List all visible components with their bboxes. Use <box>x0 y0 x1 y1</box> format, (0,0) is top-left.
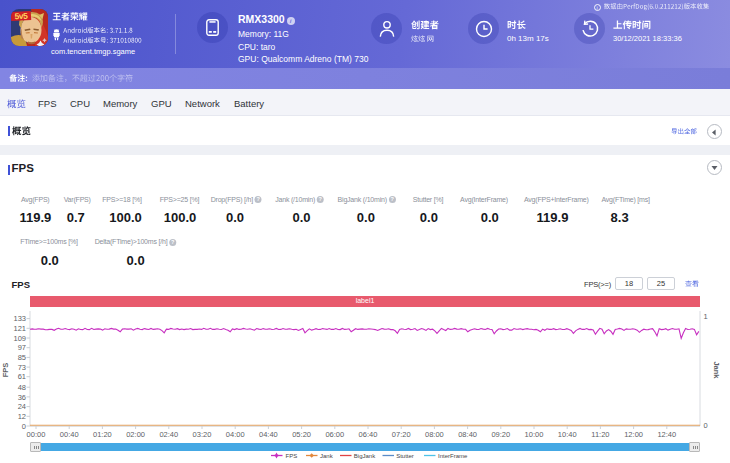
svg-text:133: 133 <box>13 314 26 323</box>
svg-text:04:00: 04:00 <box>226 430 245 439</box>
svg-text:00:00: 00:00 <box>27 430 46 439</box>
svg-text:11:20: 11:20 <box>591 430 609 439</box>
svg-text:0: 0 <box>22 422 26 431</box>
svg-text:12: 12 <box>18 412 26 421</box>
svg-text:36: 36 <box>18 393 26 402</box>
svg-text:01:20: 01:20 <box>93 430 112 439</box>
svg-text:109: 109 <box>13 334 26 343</box>
svg-text:FPS: FPS <box>286 453 298 459</box>
svg-text:02:40: 02:40 <box>159 430 178 439</box>
svg-text:48: 48 <box>18 383 26 392</box>
svg-text:InterFrame: InterFrame <box>438 453 468 459</box>
svg-text:07:20: 07:20 <box>392 430 411 439</box>
svg-text:1: 1 <box>704 312 708 321</box>
svg-text:10:40: 10:40 <box>558 430 577 439</box>
svg-text:06:40: 06:40 <box>359 430 378 439</box>
svg-text:FPS: FPS <box>1 363 10 378</box>
svg-text:Stutter: Stutter <box>396 453 414 459</box>
svg-text:02:00: 02:00 <box>126 430 145 439</box>
svg-text:12:00: 12:00 <box>624 430 643 439</box>
svg-text:BigJank: BigJank <box>354 453 376 459</box>
svg-text:03:20: 03:20 <box>193 430 212 439</box>
svg-text:12:40: 12:40 <box>657 430 676 439</box>
svg-text:73: 73 <box>18 363 26 372</box>
svg-text:09:20: 09:20 <box>491 430 510 439</box>
svg-text:Jank: Jank <box>320 453 334 459</box>
svg-text:Jank: Jank <box>712 361 721 379</box>
svg-text:04:40: 04:40 <box>259 430 278 439</box>
svg-text:05:20: 05:20 <box>292 430 311 439</box>
svg-text:10:00: 10:00 <box>525 430 544 439</box>
svg-text:61: 61 <box>18 372 26 381</box>
svg-text:06:00: 06:00 <box>325 430 344 439</box>
svg-text:0: 0 <box>704 421 708 430</box>
svg-text:08:40: 08:40 <box>458 430 477 439</box>
svg-text:85: 85 <box>18 353 26 362</box>
svg-text:08:00: 08:00 <box>425 430 444 439</box>
svg-text:24: 24 <box>18 402 26 411</box>
svg-text:121: 121 <box>13 324 26 333</box>
svg-text:97: 97 <box>18 343 26 352</box>
svg-text:00:40: 00:40 <box>60 430 79 439</box>
svg-text:5v5: 5v5 <box>14 11 28 22</box>
